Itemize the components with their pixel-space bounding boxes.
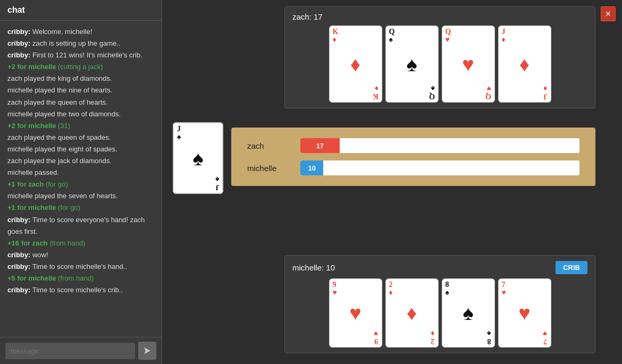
- chat-line: zach played the queen of hearts.: [7, 97, 154, 108]
- zach-panel: zach: 17 K ♦K ♦♦Q ♠Q ♠♠Q ♥Q ♥♥J ♦J ♦♦: [284, 6, 595, 108]
- playing-card: J ♦J ♦♦: [498, 26, 551, 103]
- playing-card: 8 ♠8 ♠♠: [442, 278, 495, 348]
- close-button[interactable]: ✕: [601, 6, 616, 21]
- chat-input-area: [0, 337, 162, 364]
- chat-line: +2 for michelle (31): [7, 120, 154, 132]
- chat-line: michelle played the nine of hearts.: [7, 84, 154, 96]
- send-icon: [143, 346, 152, 355]
- michelle-score-bar: 10: [300, 160, 323, 175]
- michelle-panel-title: michelle: 10: [292, 263, 335, 272]
- michelle-panel-header: michelle: 10 CRIB: [292, 261, 587, 274]
- chat-input[interactable]: [5, 343, 135, 359]
- chat-line: zach played the king of diamonds.: [7, 73, 154, 84]
- chat-line: cribby: Time to score michelle's crib..: [7, 284, 154, 296]
- playing-card: Q ♠Q ♠♠: [385, 26, 439, 103]
- zach-cards: K ♦K ♦♦Q ♠Q ♠♠Q ♥Q ♥♥J ♦J ♦♦: [292, 26, 587, 103]
- michelle-score-name: michelle: [247, 164, 300, 173]
- chat-line: cribby: zach is setting up the game..: [7, 38, 154, 49]
- zach-score-bar: 17: [300, 138, 340, 153]
- playing-card: J ♠J ♠♠: [173, 123, 223, 193]
- playing-card: 2 ♦2 ♦♦: [385, 278, 439, 348]
- zach-score-bar-container: 17: [300, 138, 579, 153]
- chat-line: +5 for michelle (from hand): [7, 273, 154, 284]
- michelle-score-row: michelle 10: [247, 160, 579, 175]
- zach-score-row: zach 17: [247, 138, 579, 153]
- main-area: ✕ zach: 17 K ♦K ♦♦Q ♠Q ♠♠Q ♥Q ♥♥J ♦J ♦♦ …: [162, 0, 622, 364]
- chat-line: +1 for michelle (for go): [7, 202, 154, 214]
- chat-send-button[interactable]: [138, 342, 156, 360]
- chat-panel: chat cribby: Welcome, michelle!cribby: z…: [0, 0, 162, 364]
- michelle-panel: michelle: 10 CRIB 9 ♥9 ♥♥2 ♦2 ♦♦8 ♠8 ♠♠7…: [284, 255, 595, 353]
- zach-score-name: zach: [247, 141, 300, 150]
- michelle-score-bar-container: 10: [300, 160, 579, 175]
- chat-line: zach played the queen of spades.: [7, 132, 154, 143]
- crib-button[interactable]: CRIB: [556, 261, 587, 274]
- chat-line: cribby: Time to score everyone's hand! z…: [7, 214, 154, 238]
- playing-card: K ♦K ♦♦: [329, 26, 382, 103]
- cut-card: J ♠J ♠♠: [173, 122, 223, 194]
- playing-card: 9 ♥9 ♥♥: [329, 278, 382, 348]
- chat-line: cribby: Time to score michelle's hand..: [7, 261, 154, 273]
- playing-card: 7 ♥7 ♥♥: [498, 278, 551, 348]
- zach-panel-title: zach: 17: [292, 12, 587, 21]
- playing-card: Q ♥Q ♥♥: [442, 26, 495, 103]
- cut-card-area: J ♠J ♠♠: [173, 122, 223, 194]
- chat-line: cribby: wow!: [7, 249, 154, 261]
- michelle-cards: 9 ♥9 ♥♥2 ♦2 ♦♦8 ♠8 ♠♠7 ♥7 ♥♥: [292, 278, 587, 348]
- chat-line: cribby: Welcome, michelle!: [7, 26, 154, 38]
- chat-line: michelle played the eight of spades.: [7, 143, 154, 155]
- svg-marker-0: [144, 348, 150, 354]
- chat-header: chat: [0, 0, 162, 21]
- chat-line: michelle played the two of diamonds.: [7, 108, 154, 120]
- chat-line: zach played the jack of diamonds.: [7, 155, 154, 167]
- chat-line: +1 for zach (for go): [7, 179, 154, 190]
- chat-line: +16 for zach (from hand): [7, 238, 154, 249]
- chat-line: michelle passed.: [7, 167, 154, 179]
- chat-messages: cribby: Welcome, michelle!cribby: zach i…: [0, 21, 162, 337]
- chat-line: +2 for michelle (cutting a jack): [7, 61, 154, 73]
- chat-line: cribby: First to 121 wins! It's michelle…: [7, 49, 154, 61]
- chat-line: michelle played the seven of hearts.: [7, 190, 154, 202]
- scoreboard: zach 17 michelle 10: [231, 128, 595, 186]
